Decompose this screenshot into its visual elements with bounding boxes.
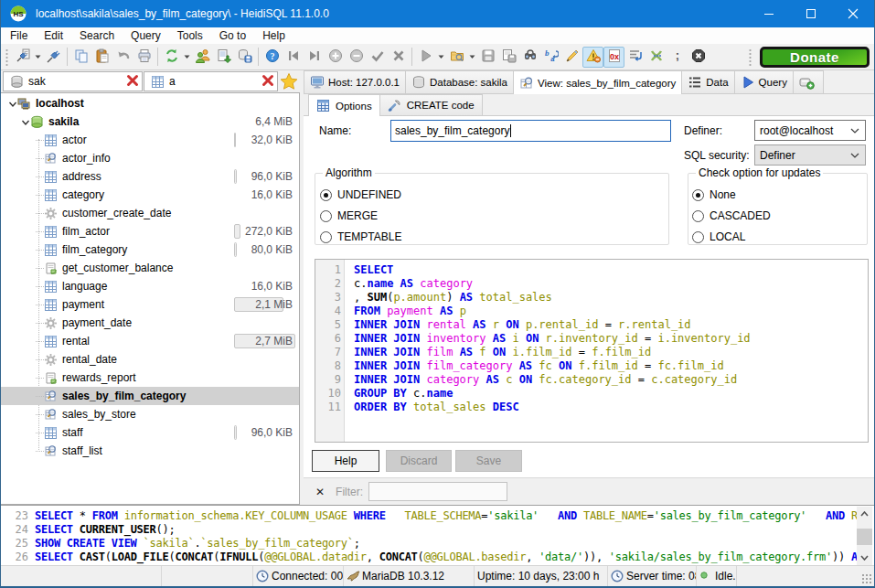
- maximize-button[interactable]: [790, 0, 832, 27]
- apply-button[interactable]: [367, 47, 388, 68]
- radio-circle-icon[interactable]: [320, 189, 332, 201]
- tree-item-label[interactable]: rewards_report: [62, 371, 136, 384]
- hex-button[interactable]: 0x: [603, 47, 624, 68]
- find-button[interactable]: [519, 47, 540, 68]
- discard-button[interactable]: Discard: [386, 450, 452, 472]
- tree-item-label[interactable]: actor: [62, 134, 87, 146]
- export-button[interactable]: [213, 47, 234, 68]
- tree-item-rental[interactable]: rental2,7 MiB: [1, 332, 299, 350]
- session-manager-dropdown-arrow[interactable]: [33, 47, 43, 68]
- tab-query[interactable]: Query: [734, 70, 794, 93]
- tree-item-staff_list[interactable]: staff_list: [1, 442, 299, 460]
- session-manager-button[interactable]: [12, 47, 33, 68]
- tree-item-customer_create_date[interactable]: customer_create_date: [1, 204, 299, 222]
- paste-button[interactable]: [91, 47, 112, 68]
- tree-item-label[interactable]: payment: [62, 298, 104, 311]
- scroll-down-icon[interactable]: [857, 551, 872, 564]
- resize-grip[interactable]: [861, 573, 872, 584]
- scrollbar-thumb[interactable]: [857, 529, 872, 545]
- tree-item-label[interactable]: staff: [62, 426, 82, 439]
- database-filter-box[interactable]: sak: [3, 71, 143, 91]
- donate-button[interactable]: Donate: [760, 47, 870, 68]
- menu-help[interactable]: Help: [254, 27, 293, 44]
- tree-item-label[interactable]: sakila: [48, 115, 79, 128]
- tab-data[interactable]: Data: [681, 70, 734, 93]
- minimize-button[interactable]: [748, 0, 790, 27]
- bind-params-button[interactable]: [646, 47, 667, 68]
- skip-last-button[interactable]: [304, 47, 325, 68]
- close-filter-icon[interactable]: ✕: [315, 486, 325, 498]
- undo-button[interactable]: [112, 47, 133, 68]
- menu-file[interactable]: File: [2, 27, 36, 44]
- clear-database-filter-icon[interactable]: [126, 74, 139, 90]
- tree-item-film_actor[interactable]: film_actor272,0 KiB: [1, 222, 299, 241]
- subtab-options[interactable]: Options: [308, 94, 380, 116]
- save-button[interactable]: [477, 47, 498, 68]
- tree-item-label[interactable]: localhost: [36, 97, 84, 110]
- radio-cascaded[interactable]: CASCADED: [692, 209, 771, 222]
- table-filter-value[interactable]: a: [169, 75, 261, 88]
- tree-item-label[interactable]: film_actor: [62, 225, 110, 238]
- cancel-button[interactable]: [388, 47, 409, 68]
- user-manager-button[interactable]: [192, 47, 213, 68]
- sql-log-panel[interactable]: 23SELECT * FROM information_schema.KEY_C…: [1, 505, 874, 565]
- tree-item-payment[interactable]: payment2,1 MiB: [1, 295, 299, 314]
- radio-temptable[interactable]: TEMPTABLE: [320, 230, 401, 243]
- tree-item-film_category[interactable]: film_category80,0 KiB: [1, 241, 299, 259]
- chevron-down-icon[interactable]: [8, 99, 17, 108]
- copy-button[interactable]: [70, 47, 91, 68]
- chevron-down-icon[interactable]: [21, 117, 30, 126]
- tab-database-sakila[interactable]: Database: sakila: [405, 70, 514, 93]
- database-filter-value[interactable]: sak: [28, 75, 126, 88]
- tree-item-category[interactable]: category16,0 KiB: [1, 186, 299, 204]
- refresh-button[interactable]: [161, 47, 182, 68]
- tree-item-language[interactable]: language16,0 KiB: [1, 277, 299, 295]
- add-record-button[interactable]: [325, 47, 346, 68]
- radio-merge[interactable]: MERGE: [320, 209, 378, 222]
- radio-circle-icon[interactable]: [320, 210, 332, 222]
- tree-item-rental_date[interactable]: rental_date: [1, 350, 299, 369]
- definer-combobox[interactable]: root@localhost: [754, 120, 866, 141]
- sql-security-combobox[interactable]: Definer: [754, 144, 866, 166]
- sql-source-editor[interactable]: 1SELECT2c.name AS category3, SUM(p.amoun…: [315, 259, 869, 443]
- skip-first-button[interactable]: [283, 47, 304, 68]
- menu-search[interactable]: Search: [71, 27, 123, 44]
- tab-new-query[interactable]: [793, 70, 824, 93]
- tree-item-label[interactable]: sales_by_store: [62, 408, 136, 421]
- subtab-create-code[interactable]: CREATE code: [379, 94, 483, 115]
- save-button[interactable]: Save: [455, 450, 522, 472]
- radio-circle-icon[interactable]: [692, 210, 704, 222]
- tree-item-label[interactable]: sales_by_film_category: [62, 390, 186, 402]
- tab-host-127-0-0-1[interactable]: Host: 127.0.0.1: [304, 70, 406, 93]
- clear-table-filter-icon[interactable]: [261, 74, 274, 90]
- toolbar-grip[interactable]: [5, 48, 10, 66]
- save-snippet-button[interactable]: [234, 47, 255, 68]
- help-button[interactable]: Help: [312, 450, 379, 472]
- disconnect-button[interactable]: [43, 47, 64, 68]
- reformat-button[interactable]: [624, 47, 646, 68]
- run-button[interactable]: [415, 47, 436, 68]
- tree-item-label[interactable]: category: [62, 188, 104, 201]
- tab-view-sales-by-film-category[interactable]: View: sales_by_film_category: [513, 70, 682, 94]
- close-button[interactable]: [832, 0, 874, 27]
- view-name-input[interactable]: sales_by_film_category: [390, 120, 671, 142]
- favorites-star-icon[interactable]: [278, 72, 300, 91]
- warnings-button[interactable]: [582, 47, 603, 68]
- refresh-dropdown-arrow[interactable]: [182, 47, 192, 68]
- tree-item-rewards_report[interactable]: rewards_report: [1, 369, 299, 387]
- tree-item-label[interactable]: film_category: [62, 243, 127, 256]
- menu-query[interactable]: Query: [123, 27, 169, 44]
- tree-item-address[interactable]: address96,0 KiB: [1, 167, 299, 186]
- tree-item-localhost[interactable]: localhost: [1, 94, 299, 112]
- tree-item-staff[interactable]: staff96,0 KiB: [1, 423, 299, 442]
- tree-item-label[interactable]: address: [62, 170, 101, 183]
- radio-local[interactable]: LOCAL: [692, 230, 745, 243]
- tree-item-label[interactable]: get_customer_balance: [62, 262, 173, 274]
- open-file-dropdown-arrow[interactable]: [467, 47, 477, 68]
- scroll-up-icon[interactable]: [857, 507, 872, 520]
- tree-item-sakila[interactable]: sakila6,4 MiB: [1, 112, 299, 131]
- tree-item-label[interactable]: payment_date: [62, 316, 132, 329]
- highlight-button[interactable]: [561, 47, 582, 68]
- radio-undefined[interactable]: UNDEFINED: [320, 188, 401, 201]
- open-file-button[interactable]: [446, 47, 467, 68]
